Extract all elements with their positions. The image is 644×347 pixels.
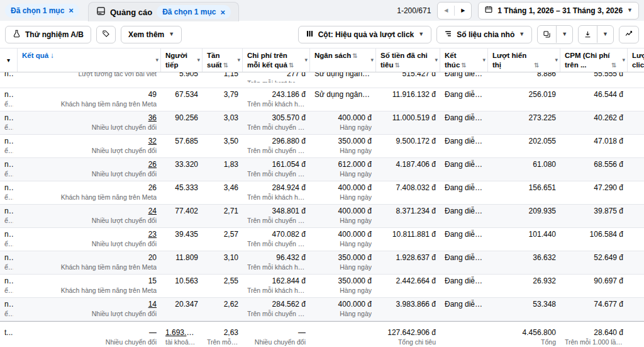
budget-value: Sử dụng ngân s... xyxy=(314,90,372,100)
cost-per-result-label: Trên mỗi khách hàn... xyxy=(247,100,306,108)
cell-ket-qua: 23 Nhiều lượt chuyển đổi xyxy=(18,228,161,251)
budget-type-label: Hàng ngày xyxy=(314,193,372,202)
charts-button[interactable] xyxy=(619,26,639,43)
columns-icon xyxy=(306,30,314,40)
table-row[interactable]: n... Lượt tương tác với bài viết 5.905 1… xyxy=(0,72,644,88)
tab-quang-cao[interactable]: Quảng cáo Đã chọn 1 mục × xyxy=(88,2,239,21)
result-type-label: Nhiều lượt chuyển đổi xyxy=(22,309,157,318)
cell-tan-suat: 1,83 xyxy=(203,158,243,181)
result-type-label: Khách hàng tiềm năng trên Meta xyxy=(22,263,157,271)
cell-ket-qua: Lượt tương tác với bài viết xyxy=(18,72,161,82)
result-value[interactable]: 36 xyxy=(22,113,157,123)
result-type-label: Khách hàng tiềm năng trên Meta xyxy=(22,193,157,202)
column-header-ket-thuc[interactable]: Kết thúc⇅ ▾ xyxy=(440,48,488,72)
table-row[interactable]: n... ển ... 26 Nhiều lượt chuyển đổi 33.… xyxy=(0,158,644,181)
cell-cpm: 55.555 đ xyxy=(560,72,628,82)
campaign-name-fragment: n... xyxy=(4,160,13,169)
summary-impressions-label: Tổng xyxy=(492,338,556,346)
table-row[interactable]: n... ển ... 24 Nhiều lượt chuyển đổi 77.… xyxy=(0,205,644,228)
column-header-ket-qua[interactable]: Kết quả↓ ▾ xyxy=(18,48,161,72)
cell-campaign-name: n... ển ... xyxy=(0,251,18,274)
cell-ngan-sach: 612.000 đ Hàng ngày xyxy=(310,158,376,181)
summary-spent-label: Tổng chi tiêu xyxy=(380,338,436,346)
table-row[interactable]: n... ển ... 49 Khách hàng tiềm năng trên… xyxy=(0,88,644,111)
chevron-down-icon[interactable]: ▼ xyxy=(597,26,613,43)
breakdown-button[interactable]: Số liệu chia nhỏ ▼ xyxy=(436,26,532,43)
duplicate-button[interactable] xyxy=(538,26,556,43)
selected-count-chip-campaign[interactable]: Đã chọn 1 mục × xyxy=(5,4,79,18)
chevron-down-icon[interactable]: ▼ xyxy=(557,26,572,43)
column-header-tan-suat[interactable]: Tần suất⇅ ▾ xyxy=(203,48,243,72)
header-label: Kết quả xyxy=(22,52,48,59)
result-value[interactable]: 49 xyxy=(22,90,157,100)
chevron-down-icon[interactable]: ▾ xyxy=(555,57,558,64)
previous-page-button[interactable]: ◀ xyxy=(438,3,454,19)
column-header-chi-phi[interactable]: Chi phí trên mỗi kết quả⇅ ▾ xyxy=(243,48,310,72)
budget-type-label: Hàng ngày xyxy=(314,169,372,178)
chevron-down-icon[interactable]: ▾ xyxy=(197,57,200,64)
table-row[interactable]: n... ển ... 36 Nhiều lượt chuyển đổi 90.… xyxy=(0,111,644,135)
columns-button[interactable]: Cột: Hiệu quả và lượt click ▼ xyxy=(298,26,432,43)
campaign-name-fragment: n... xyxy=(4,253,13,263)
see-more-button[interactable]: Xem thêm ▼ xyxy=(121,26,182,43)
cell-ket-thuc: Đang diễn ra xyxy=(440,298,488,321)
cell-ket-thuc: Đang diễn ra xyxy=(440,72,488,82)
cell-tan-suat: 2,57 xyxy=(203,228,243,251)
result-value[interactable]: 20 xyxy=(22,253,157,263)
campaign-name-subfragment: ển ... xyxy=(4,216,13,225)
result-value[interactable]: 24 xyxy=(22,207,157,216)
result-value[interactable]: 14 xyxy=(22,300,157,309)
cell-summary-chi-phi: — Nhiều chuyển đổi xyxy=(243,326,310,347)
download-button[interactable] xyxy=(579,26,597,43)
cell-luot-hien-thi: 156.651 xyxy=(488,181,560,204)
column-header-luot-hien-thi[interactable]: Lượt hiển thị⇅ ▾ xyxy=(488,48,560,72)
select-all-header[interactable]: ▾ xyxy=(0,48,18,72)
cell-ket-thuc: Đang diễn ra xyxy=(440,158,488,181)
cost-per-result-label: Trên mỗi chuyển đổi xyxy=(247,123,306,132)
cell-cpm: 40.262 đ xyxy=(560,111,628,134)
table-row[interactable]: n... ển ... 32 Nhiều lượt chuyển đổi 57.… xyxy=(0,135,644,158)
ab-test-button[interactable]: Thử nghiệm A/B xyxy=(5,26,91,43)
tag-button[interactable] xyxy=(96,26,116,43)
end-status-value: Đang diễn ra xyxy=(445,72,484,79)
cost-per-result-value: 96.432 đ xyxy=(247,253,306,263)
cell-luot-hien-thi: 256.019 xyxy=(488,88,560,111)
column-header-nguoi-tiep-can[interactable]: Người tiếp cận⇅ ▾ xyxy=(161,48,203,72)
cell-ket-thuc: Đang diễn ra xyxy=(440,111,488,134)
result-value[interactable]: 15 xyxy=(22,276,157,286)
chevron-down-icon[interactable]: ▾ xyxy=(304,57,308,64)
result-value[interactable]: 32 xyxy=(22,137,157,146)
cell-luot-click xyxy=(628,275,644,297)
result-value[interactable]: 26 xyxy=(22,183,157,193)
chevron-down-icon[interactable]: ▾ xyxy=(435,57,438,64)
table-row[interactable]: n... ển ... 14 Nhiều lượt chuyển đổi 20.… xyxy=(0,298,644,321)
chevron-down-icon[interactable]: ▾ xyxy=(622,57,625,64)
summary-reach-value[interactable]: 1.693.998 xyxy=(165,328,198,338)
campaign-name-subfragment: ển ... xyxy=(4,193,13,202)
selected-count-chip-ads[interactable]: Đã chọn 1 mục × xyxy=(157,5,231,19)
reach-value: 45.333 xyxy=(165,183,198,193)
chevron-down-icon[interactable]: ▾ xyxy=(237,57,240,64)
next-page-button[interactable]: ▶ xyxy=(455,3,471,19)
cell-ket-qua: 26 Nhiều lượt chuyển đổi xyxy=(18,158,161,181)
cell-luot-hien-thi: 101.440 xyxy=(488,228,560,251)
table-row[interactable]: n... ển ... 20 Khách hàng tiềm năng trên… xyxy=(0,251,644,275)
close-icon[interactable]: × xyxy=(221,8,226,16)
date-range-picker[interactable]: 1 Tháng 1, 2026 – 31 Tháng 3, 2026 ▼ xyxy=(478,2,639,20)
column-header-cpm[interactable]: CPM (Chi phí trên ...⇅ ▾ xyxy=(560,48,628,72)
table-row[interactable]: n... ển ... 26 Khách hàng tiềm năng trên… xyxy=(0,181,644,205)
cell-nguoi-tiep-can: 45.333 xyxy=(161,181,203,204)
chevron-down-icon[interactable]: ▾ xyxy=(482,57,486,64)
column-header-chi-tieu[interactable]: Số tiền đã chi tiêu⇅ ▾ xyxy=(376,48,440,72)
result-value[interactable]: 23 xyxy=(22,230,157,239)
cell-chi-phi: 284.924 đ Trên mỗi khách hàn... xyxy=(243,181,310,204)
column-header-luot-click[interactable]: Lượt click xyxy=(628,48,644,72)
end-status-value: Đang diễn ra xyxy=(445,160,484,169)
chevron-down-icon[interactable]: ▾ xyxy=(155,57,158,64)
column-header-ngan-sach[interactable]: Ngân sách⇅ ▾ xyxy=(310,48,376,72)
result-value[interactable]: 26 xyxy=(22,160,157,169)
close-icon[interactable]: × xyxy=(69,6,74,14)
chevron-down-icon[interactable]: ▾ xyxy=(370,57,374,64)
table-row[interactable]: n... ển ... 23 Nhiều lượt chuyển đổi 39.… xyxy=(0,228,644,251)
table-row[interactable]: n... ển ... 15 Khách hàng tiềm năng trên… xyxy=(0,275,644,298)
